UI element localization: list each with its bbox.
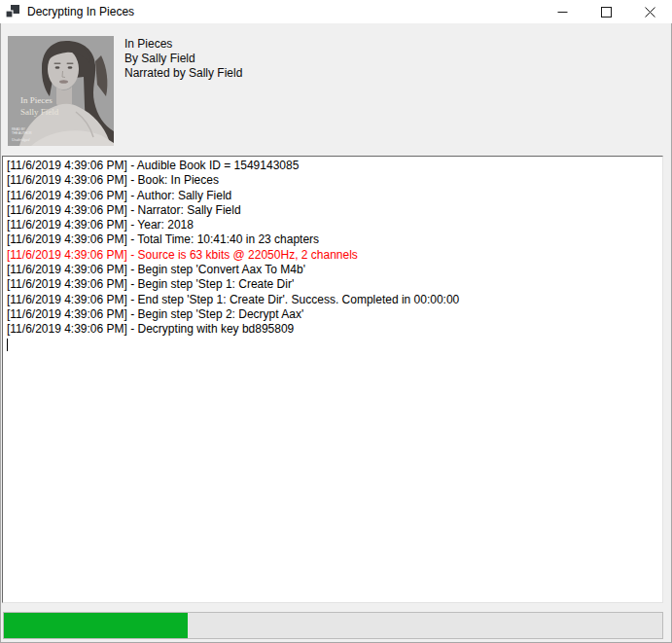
window-controls (541, 0, 672, 23)
info-title: In Pieces (124, 37, 242, 52)
cover-author: Sally Field (20, 107, 59, 117)
app-icon[interactable] (6, 5, 19, 18)
log-line: [11/6/2019 4:39:06 PM] - Begin step 'Con… (7, 263, 659, 277)
cover-unabridged: Unabridged (12, 138, 29, 142)
info-author: By Sally Field (124, 52, 242, 66)
maximize-button[interactable] (584, 0, 628, 23)
caret-line (7, 338, 659, 352)
minimize-button[interactable] (541, 0, 584, 23)
text-caret (7, 339, 8, 351)
log-line: [11/6/2019 4:39:06 PM] - End step 'Step … (7, 293, 659, 307)
log-line: [11/6/2019 4:39:06 PM] - Decrypting with… (7, 322, 659, 337)
log-line: [11/6/2019 4:39:06 PM] - Begin step 'Ste… (7, 307, 659, 322)
titlebar[interactable]: Decrypting In Pieces (0, 0, 672, 23)
book-info: In Pieces By Sally Field Narrated by Sal… (124, 37, 242, 81)
log-line: [11/6/2019 4:39:06 PM] - Source is 63 kb… (7, 248, 659, 263)
close-button[interactable] (628, 0, 672, 23)
cover-read-by-line2: THE AUTHOR (12, 131, 32, 135)
info-narrator: Narrated by Sally Field (124, 66, 242, 81)
log-line: [11/6/2019 4:39:06 PM] - Book: In Pieces (7, 173, 659, 188)
cover-title: In Pieces (20, 95, 53, 105)
progress-fill (4, 613, 188, 638)
log-output[interactable]: [11/6/2019 4:39:06 PM] - Audible Book ID… (2, 156, 663, 603)
log-line: [11/6/2019 4:39:06 PM] - Audible Book ID… (7, 159, 659, 173)
log-line: [11/6/2019 4:39:06 PM] - Total Time: 10:… (7, 232, 659, 247)
log-line: [11/6/2019 4:39:06 PM] - Author: Sally F… (7, 189, 659, 203)
close-icon (645, 7, 655, 18)
log-line: [11/6/2019 4:39:06 PM] - Year: 2018 (7, 218, 659, 232)
app-window: Decrypting In Pieces (0, 0, 672, 643)
window-title: Decrypting In Pieces (27, 5, 134, 18)
log-line: [11/6/2019 4:39:06 PM] - Narrator: Sally… (7, 203, 659, 218)
maximize-icon (601, 7, 612, 18)
log-line: [11/6/2019 4:39:06 PM] - Begin step 'Ste… (7, 277, 659, 292)
minimize-icon (557, 7, 568, 18)
cover-image: In Pieces Sally Field READ BY THE AUTHOR… (8, 36, 114, 146)
progress-bar (3, 612, 663, 639)
